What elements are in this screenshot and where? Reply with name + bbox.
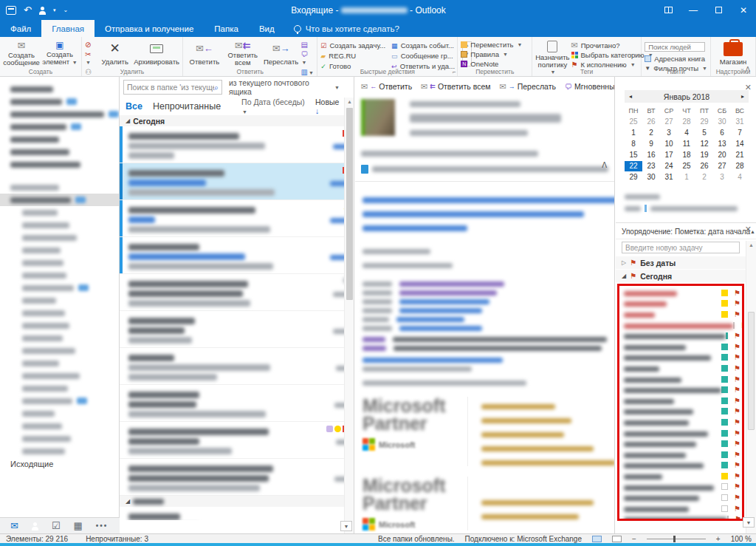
folder-item[interactable] xyxy=(0,307,119,319)
task-category-yellow-icon[interactable] xyxy=(721,473,728,480)
calendar-day[interactable]: 5 xyxy=(695,128,713,138)
task-flag-icon[interactable]: ⚑ xyxy=(734,397,740,405)
calendar-day-selected[interactable]: 22 xyxy=(625,161,642,171)
task-category-teal-icon[interactable] xyxy=(721,430,728,437)
task-category-teal-icon[interactable] xyxy=(721,397,728,404)
favorite-folder[interactable] xyxy=(0,95,119,108)
task-flag-icon[interactable]: ⚑ xyxy=(735,515,741,521)
task-category-teal-icon[interactable] xyxy=(721,365,728,372)
minimize-button[interactable]: — xyxy=(681,0,706,20)
sort-by-dropdown[interactable]: По Дата (беседы) ▼ xyxy=(241,98,305,115)
quick-step-1[interactable]: ☑Создать задачу... xyxy=(320,41,385,50)
folder-item[interactable] xyxy=(0,445,119,457)
im-link[interactable]: 🗩Мгновенные сообщения xyxy=(565,82,615,91)
folder-item[interactable] xyxy=(0,231,119,244)
zoom-slider[interactable] xyxy=(647,539,706,539)
task-item[interactable]: ⚑ xyxy=(624,352,740,364)
task-item[interactable]: ⚑ xyxy=(624,460,740,471)
tab-send-receive[interactable]: Отправка и получение xyxy=(94,20,204,37)
task-category-teal-icon[interactable] xyxy=(721,376,728,383)
task-category-yellow-icon[interactable] xyxy=(721,300,728,307)
folder-item[interactable] xyxy=(0,256,119,269)
tab-view[interactable]: Вид xyxy=(249,20,285,37)
folder-item[interactable] xyxy=(0,206,119,219)
appointment-item[interactable] xyxy=(625,205,756,212)
reply-all-button[interactable]: ✉⇇ Ответить всем xyxy=(224,39,261,66)
calendar-day[interactable]: 1 xyxy=(625,128,642,138)
task-category-teal-icon[interactable] xyxy=(721,419,728,426)
task-item[interactable]: ⚑ xyxy=(624,384,740,395)
move-button[interactable]: Переместить▼ xyxy=(461,41,522,49)
calendar-day[interactable]: 23 xyxy=(642,161,660,171)
normal-layout-icon[interactable] xyxy=(612,536,622,542)
calendar-day[interactable]: 29 xyxy=(695,117,713,127)
calendar-day[interactable]: 2 xyxy=(642,128,660,138)
task-flag-icon[interactable]: ⚑ xyxy=(734,482,740,491)
tasks-nav-icon[interactable]: ☑ xyxy=(52,520,61,531)
calendar-day[interactable]: 4 xyxy=(678,128,695,138)
tab-folder[interactable]: Папка xyxy=(204,20,249,37)
forward-link[interactable]: ✉→Переслать xyxy=(499,82,556,91)
quick-step-5[interactable]: ▭Сообщение гр... xyxy=(391,52,455,60)
next-month-icon[interactable]: ▸ xyxy=(741,93,744,100)
folder-item[interactable] xyxy=(0,407,119,420)
task-item[interactable]: ⚑ xyxy=(624,298,740,310)
account-header[interactable] xyxy=(0,181,119,194)
task-category-teal-icon[interactable] xyxy=(721,386,728,393)
calendar-day[interactable]: 4 xyxy=(731,172,749,182)
task-category-none-icon[interactable] xyxy=(733,322,735,329)
collapse-header-icon[interactable]: ᐱ xyxy=(602,161,607,169)
task-flag-icon[interactable]: ⚑ xyxy=(734,429,740,437)
rules-button[interactable]: Правила▼ xyxy=(461,50,522,58)
customize-qat-icon[interactable]: ⌄ xyxy=(63,7,68,13)
task-category-none-icon[interactable] xyxy=(727,516,729,521)
assign-policy-button[interactable]: Назначить политику▼ xyxy=(535,39,569,66)
reading-layout-icon[interactable] xyxy=(592,536,602,542)
calendar-day[interactable]: 20 xyxy=(713,150,731,160)
task-item[interactable]: ⚑ xyxy=(624,309,740,320)
folder-item[interactable] xyxy=(0,332,119,344)
quick-step-2[interactable]: ▰REG.RU xyxy=(320,52,385,60)
calendar-day[interactable]: 28 xyxy=(731,161,749,171)
message-item[interactable] xyxy=(120,274,354,311)
attachment-row[interactable] xyxy=(361,165,608,174)
new-item-button[interactable]: ▣ Создать элемент ▼ xyxy=(41,39,78,66)
calendar-day[interactable]: 29 xyxy=(625,172,642,182)
task-item[interactable]: ⚑ xyxy=(624,287,740,298)
favorite-folder[interactable] xyxy=(0,133,119,146)
calendar-day[interactable]: 19 xyxy=(695,150,713,160)
new-message-button[interactable]: ✉ Создать сообщение xyxy=(3,39,40,66)
mail-nav-icon[interactable]: ✉ xyxy=(10,520,18,531)
task-category-teal-icon[interactable] xyxy=(721,451,728,458)
calendar-day[interactable]: 3 xyxy=(713,172,731,182)
calendar-day[interactable]: 31 xyxy=(731,117,749,127)
calendar-day[interactable]: 7 xyxy=(731,128,749,138)
task-flag-icon[interactable]: ⚑ xyxy=(734,310,740,318)
chevron-down-icon[interactable]: ▾ xyxy=(53,7,56,13)
quick-step-4[interactable]: ▦Создать событ... xyxy=(391,41,455,50)
task-category-teal-icon[interactable] xyxy=(726,332,728,339)
task-category-none-icon[interactable] xyxy=(721,483,728,490)
task-item[interactable]: ⚑ xyxy=(624,449,740,460)
new-task-input[interactable]: Введите новую задачу xyxy=(622,242,740,253)
folder-item[interactable] xyxy=(0,319,119,332)
message-list-scrollbar[interactable]: ▲ xyxy=(344,98,354,533)
task-item[interactable]: ⚑ xyxy=(624,417,740,428)
calendar-day[interactable]: 12 xyxy=(695,139,713,149)
task-flag-icon[interactable]: ⚑ xyxy=(734,494,740,502)
message-item[interactable]: ✓ xyxy=(120,200,354,237)
calendar-day[interactable]: 2 xyxy=(695,172,713,182)
reply-all-link[interactable]: ✉⇇Ответить всем xyxy=(421,82,490,91)
filter-all[interactable]: Все xyxy=(126,101,142,112)
task-flag-icon[interactable]: ⚑ xyxy=(740,321,744,330)
todo-scroll-down-button[interactable]: ▼ xyxy=(743,517,755,528)
quick-steps-dialog-launcher[interactable]: ⌐ xyxy=(453,69,456,75)
folder-item[interactable] xyxy=(0,382,119,395)
task-item[interactable]: ⚑ xyxy=(624,471,740,482)
zoom-level[interactable]: 100 % xyxy=(731,535,752,543)
calendar-day[interactable]: 3 xyxy=(660,128,678,138)
onenote-button[interactable]: NOneNote xyxy=(461,60,522,68)
calendar-day[interactable]: 10 xyxy=(660,139,678,149)
filter-unread[interactable]: Непрочитанные xyxy=(153,101,221,112)
task-item[interactable]: ⚑ xyxy=(624,406,740,417)
